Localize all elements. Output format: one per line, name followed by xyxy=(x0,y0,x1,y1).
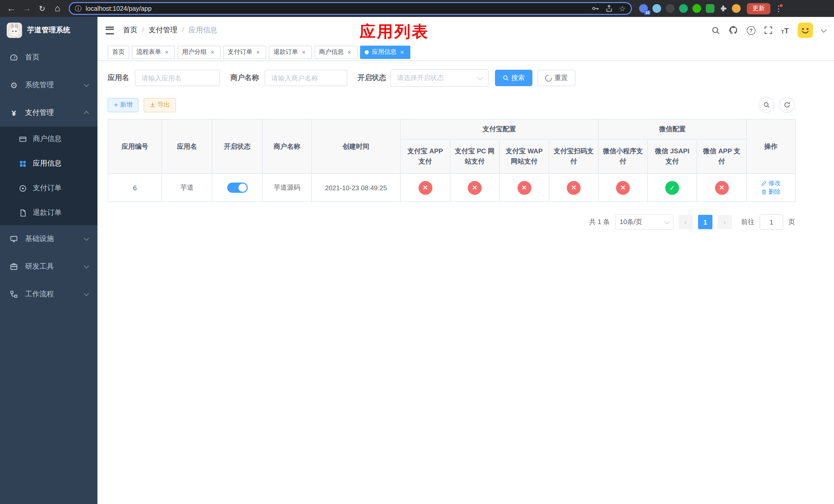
workflow-icon xyxy=(9,290,19,298)
sidebar-item-payment[interactable]: 支付管理 xyxy=(0,99,97,127)
sidebar-menu: 首页 系统管理 支付管理 商户信息 xyxy=(0,44,97,308)
prev-page-button[interactable]: ‹ xyxy=(679,215,693,229)
chevron-up-icon xyxy=(84,111,89,116)
close-tab-icon[interactable] xyxy=(255,48,262,55)
plus-icon xyxy=(114,101,118,109)
export-button[interactable]: 导出 xyxy=(144,98,176,112)
tab-home[interactable]: 首页 xyxy=(108,45,129,59)
help-icon[interactable] xyxy=(747,26,755,35)
sidebar-item-app-info[interactable]: 应用信息 xyxy=(0,151,97,176)
profile-avatar-icon[interactable] xyxy=(732,4,741,13)
tab-process-form[interactable]: 流程表单 xyxy=(132,45,175,59)
tab-label: 首页 xyxy=(112,48,125,56)
reload-icon[interactable] xyxy=(35,1,49,16)
cell-app-id: 6 xyxy=(108,174,162,202)
user-avatar[interactable] xyxy=(797,23,813,38)
extension-icon[interactable] xyxy=(666,4,675,13)
sidebar-item-pay-order[interactable]: 支付订单 xyxy=(0,176,97,201)
extension-icon[interactable] xyxy=(653,4,661,13)
extensions-row: 10 xyxy=(639,4,741,13)
status-toggle[interactable] xyxy=(227,183,247,193)
delete-link[interactable]: 删除 xyxy=(761,188,781,197)
update-button[interactable]: 更新 xyxy=(747,3,770,14)
search-icon xyxy=(763,101,770,108)
sidebar-item-label: 退款订单 xyxy=(33,208,62,217)
col-header: 应用编号 xyxy=(108,119,162,174)
merchant-name-input[interactable] xyxy=(265,70,347,86)
puzzle-icon[interactable] xyxy=(719,4,727,13)
bookmark-star-icon[interactable] xyxy=(619,4,626,13)
sidebar-item-workflow[interactable]: 工作流程 xyxy=(0,280,97,308)
col-header: 微信 APP 支付 xyxy=(697,139,747,174)
page-size-value: 10条/页 xyxy=(620,217,642,227)
group-header-alipay: 支付宝配置 xyxy=(400,119,598,139)
page-unit-label: 页 xyxy=(788,217,795,227)
sidebar-item-label: 研发工具 xyxy=(25,262,78,271)
edit-link[interactable]: 修改 xyxy=(761,179,781,188)
sidebar-item-home[interactable]: 首页 xyxy=(0,44,97,71)
filter-form: 应用名 商户名称 开启状态 请选择开启状态 搜索 重置 xyxy=(108,69,795,87)
refresh-icon xyxy=(544,73,553,83)
wechat-jsapi-status-icon xyxy=(665,181,679,194)
chevron-down-icon xyxy=(84,235,89,241)
payment-submenu: 商户信息 应用信息 支付订单 xyxy=(0,127,97,225)
search-icon[interactable] xyxy=(711,26,720,35)
refresh-table-button[interactable] xyxy=(779,97,795,113)
browser-menu-icon[interactable] xyxy=(774,4,783,13)
search-button[interactable]: 搜索 xyxy=(495,70,532,86)
font-size-icon[interactable] xyxy=(781,26,789,35)
sidebar-item-label: 支付管理 xyxy=(25,108,78,117)
extension-icon[interactable] xyxy=(706,4,715,13)
share-icon[interactable] xyxy=(605,5,613,12)
chevron-down-icon[interactable] xyxy=(821,27,827,32)
extension-icon[interactable]: 10 xyxy=(639,4,648,13)
add-button[interactable]: 新增 xyxy=(108,98,138,112)
reset-button[interactable]: 重置 xyxy=(537,70,575,86)
status-select[interactable]: 请选择开启状态 xyxy=(390,69,489,87)
add-button-label: 新增 xyxy=(120,100,132,109)
page-size-select[interactable]: 10条/页 xyxy=(615,214,674,230)
close-tab-icon[interactable] xyxy=(209,48,216,55)
logo-avatar xyxy=(7,23,22,38)
menu-fold-icon[interactable] xyxy=(106,26,114,34)
forward-icon[interactable] xyxy=(20,1,34,16)
close-tab-icon[interactable] xyxy=(346,48,353,55)
url-text: localhost:1024/pay/app xyxy=(86,5,591,12)
tab-pay-order[interactable]: 支付订单 xyxy=(223,45,266,59)
tab-merchant-info[interactable]: 商户信息 xyxy=(314,45,357,59)
goto-page-input[interactable] xyxy=(760,214,783,230)
tab-refund-order[interactable]: 退款订单 xyxy=(269,45,312,59)
tab-label: 应用信息 xyxy=(372,48,396,56)
close-tab-icon[interactable] xyxy=(398,48,406,55)
tab-user-group[interactable]: 用户分组 xyxy=(177,45,221,59)
next-page-button[interactable]: › xyxy=(718,215,732,229)
sidebar-item-merchant-info[interactable]: 商户信息 xyxy=(0,127,97,151)
breadcrumb-item[interactable]: 支付管理 xyxy=(149,26,189,35)
close-tab-icon[interactable] xyxy=(163,48,170,55)
key-icon[interactable] xyxy=(591,5,599,12)
page-header: 首页 支付管理 应用信息 xyxy=(97,17,834,44)
extension-icon[interactable] xyxy=(679,4,688,13)
fullscreen-icon[interactable] xyxy=(764,26,772,35)
merchant-name-label: 商户名称 xyxy=(230,73,259,83)
sidebar-item-dev-tools[interactable]: 研发工具 xyxy=(0,253,97,280)
github-icon[interactable] xyxy=(729,26,738,35)
tab-label: 流程表单 xyxy=(136,48,161,56)
toggle-search-button[interactable] xyxy=(759,97,774,113)
app-name-input[interactable] xyxy=(135,70,220,86)
refresh-icon xyxy=(784,101,790,108)
sidebar-item-system[interactable]: 系统管理 xyxy=(0,71,97,99)
browser-toolbar: localhost:1024/pay/app 10 更新 xyxy=(0,0,834,17)
current-page-button[interactable]: 1 xyxy=(698,215,712,229)
info-icon[interactable] xyxy=(75,4,82,13)
sidebar-item-infrastructure[interactable]: 基础设施 xyxy=(0,225,97,253)
yen-icon xyxy=(9,109,19,117)
back-icon[interactable] xyxy=(4,1,19,16)
home-icon[interactable] xyxy=(50,1,65,16)
extension-icon[interactable] xyxy=(693,4,701,13)
close-tab-icon[interactable] xyxy=(300,48,307,55)
sidebar-item-refund-order[interactable]: 退款订单 xyxy=(0,201,97,225)
tab-app-info[interactable]: 应用信息 xyxy=(360,45,410,59)
address-bar[interactable]: localhost:1024/pay/app xyxy=(69,2,632,15)
breadcrumb-item[interactable]: 首页 xyxy=(123,26,149,35)
